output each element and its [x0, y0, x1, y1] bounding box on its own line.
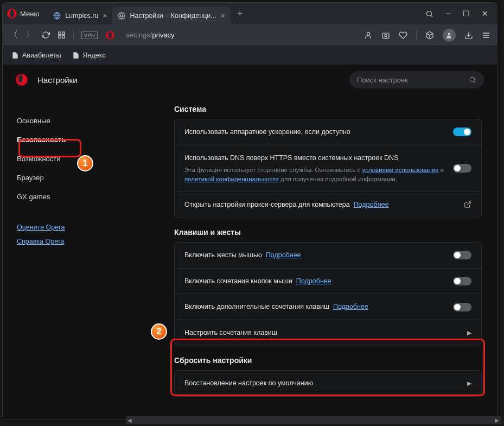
row-dns-https: Использовать DNS поверх HTTPS вместо сис…	[175, 145, 481, 192]
learn-more-link[interactable]: Подробнее	[266, 251, 301, 259]
row-rocker-gestures: Включить сочетания кнопок мыши Подробнее	[175, 268, 481, 294]
toggle-mouse-gestures[interactable]	[453, 251, 471, 259]
terms-link[interactable]: условиями использования	[362, 167, 439, 173]
svg-point-1	[121, 15, 123, 17]
new-tab-button[interactable]: +	[231, 8, 250, 20]
settings-header: Настройки Поиск настроек	[3, 65, 497, 95]
sidebar-item-security[interactable]: Безопасность	[14, 130, 111, 149]
bookmark-item[interactable]: Авиабилеты	[11, 52, 61, 59]
reload-button[interactable]	[42, 31, 50, 39]
svg-rect-3	[59, 32, 61, 34]
sidebar-item-gxgames[interactable]: GX.games	[14, 187, 111, 206]
row-proxy[interactable]: Открыть настройки прокси-сервера для ком…	[175, 192, 481, 218]
section-title-system: Система	[174, 105, 482, 113]
row-label: Открыть настройки прокси-сервера для ком…	[184, 200, 388, 210]
search-placeholder: Поиск настроек	[357, 76, 408, 84]
row-label: Использовать DNS поверх HTTPS вместо сис…	[184, 153, 446, 163]
section-title-keys: Клавиши и жесты	[174, 228, 482, 237]
minimize-button[interactable]: ─	[445, 9, 451, 18]
sidebar-item-browser[interactable]: Браузер	[14, 168, 111, 187]
annotation-badge-1: 1	[77, 155, 93, 171]
external-link-icon	[464, 201, 471, 208]
horizontal-scrollbar[interactable]: ◀ ▶	[126, 416, 497, 419]
globe-icon	[53, 12, 61, 20]
svg-point-2	[427, 11, 432, 16]
bookmark-label: Яндекс	[83, 52, 106, 59]
opera-logo-icon	[16, 74, 28, 86]
url-display[interactable]: settings/privacy	[126, 31, 175, 39]
easy-setup-icon[interactable]	[482, 31, 490, 40]
maximize-button[interactable]: ☐	[463, 9, 470, 18]
navbar: 〈 〉 VPN settings/privacy	[3, 24, 497, 46]
toggle-rocker[interactable]	[453, 277, 471, 285]
tab-label: Настройки – Конфиденци...	[130, 12, 216, 20]
profile-icon[interactable]	[364, 31, 373, 40]
bookmark-item[interactable]: Яндекс	[72, 52, 106, 59]
svg-point-10	[448, 33, 451, 35]
row-label: Использовать аппаратное ускорение, если …	[184, 127, 350, 137]
learn-more-link[interactable]: Подробнее	[296, 277, 331, 285]
settings-sidebar: Основные Безопасность Возможности Браузе…	[3, 95, 122, 419]
tab-settings[interactable]: Настройки – Конфиденци... ×	[112, 7, 231, 24]
row-subtext: Эта функция использует сторонние службы.…	[184, 166, 446, 185]
back-button[interactable]: 〈	[9, 29, 18, 41]
speed-dial-icon[interactable]	[58, 31, 66, 39]
learn-more-link[interactable]: Подробнее	[333, 303, 368, 310]
close-icon[interactable]: ×	[103, 11, 107, 20]
svg-point-11	[470, 77, 474, 81]
svg-rect-5	[59, 36, 61, 38]
download-icon[interactable]	[464, 31, 473, 40]
learn-more-link[interactable]: Подробнее	[354, 201, 389, 208]
toggle-extra-shortcuts[interactable]	[453, 303, 471, 311]
vpn-badge[interactable]: VPN	[81, 31, 98, 39]
annotation-badge-2: 2	[151, 323, 167, 340]
keys-card: Включить жесты мышью Подробнее Включить …	[174, 242, 482, 346]
cube-icon[interactable]	[425, 31, 434, 40]
toggle-dns-https[interactable]	[453, 164, 471, 173]
sidebar-item-basic[interactable]: Основные	[14, 111, 111, 130]
titlebar: Меню Lumpics.ru × Настройки – Конфиденци…	[3, 3, 497, 24]
svg-rect-6	[62, 36, 65, 38]
menu-button[interactable]: Меню	[20, 10, 39, 18]
search-icon	[469, 76, 476, 84]
row-mouse-gestures: Включить жесты мышью Подробнее	[175, 243, 481, 268]
toggle-hardware-accel[interactable]	[453, 128, 471, 136]
system-card: Использовать аппаратное ускорение, если …	[174, 119, 482, 218]
svg-rect-4	[62, 32, 65, 34]
section-title-reset: Сбросить настройки	[174, 356, 482, 365]
row-configure-shortcuts[interactable]: Настроить сочетания клавиш ▶	[175, 320, 481, 346]
chevron-right-icon: ▶	[467, 329, 471, 336]
svg-rect-8	[382, 33, 389, 38]
sidebar-link-rate[interactable]: Оцените Opera	[14, 220, 111, 234]
search-settings-input[interactable]: Поиск настроек	[349, 71, 484, 88]
avatar[interactable]	[443, 29, 456, 42]
scroll-right-icon[interactable]: ▶	[493, 417, 497, 419]
heart-icon[interactable]	[399, 31, 407, 40]
reset-card: Восстановление настроек по умолчанию ▶	[174, 370, 482, 397]
svg-point-7	[367, 32, 369, 35]
row-hardware-accel: Использовать аппаратное ускорение, если …	[175, 119, 481, 145]
opera-url-icon	[106, 31, 114, 39]
close-button[interactable]: ✕	[482, 9, 488, 18]
sidebar-link-help[interactable]: Справка Opera	[14, 234, 111, 249]
chevron-right-icon: ▶	[467, 380, 471, 387]
page-title: Настройки	[37, 75, 78, 85]
tab-label: Lumpics.ru	[65, 12, 98, 20]
close-icon[interactable]: ×	[221, 11, 225, 20]
bookmark-label: Авиабилеты	[22, 52, 61, 59]
gear-icon	[118, 12, 125, 20]
svg-point-9	[385, 34, 387, 36]
settings-main-panel: Система Использовать аппаратное ускорени…	[122, 95, 497, 419]
opera-logo-icon[interactable]	[7, 9, 17, 18]
row-restore-defaults[interactable]: Восстановление настроек по умолчанию ▶	[175, 371, 481, 396]
forward-button[interactable]: 〉	[25, 29, 34, 41]
row-extra-shortcuts: Включить дополнительные сочетания клавиш…	[175, 294, 481, 320]
bookmarks-bar: Авиабилеты Яндекс	[3, 46, 497, 65]
sidebar-item-features[interactable]: Возможности	[14, 149, 111, 168]
privacy-link[interactable]: политикой конфиденциальности	[184, 176, 279, 182]
scroll-left-icon[interactable]: ◀	[126, 417, 133, 419]
search-tabs-icon[interactable]	[425, 10, 433, 18]
tab-lumpics[interactable]: Lumpics.ru ×	[48, 7, 112, 24]
snapshot-icon[interactable]	[381, 31, 390, 40]
